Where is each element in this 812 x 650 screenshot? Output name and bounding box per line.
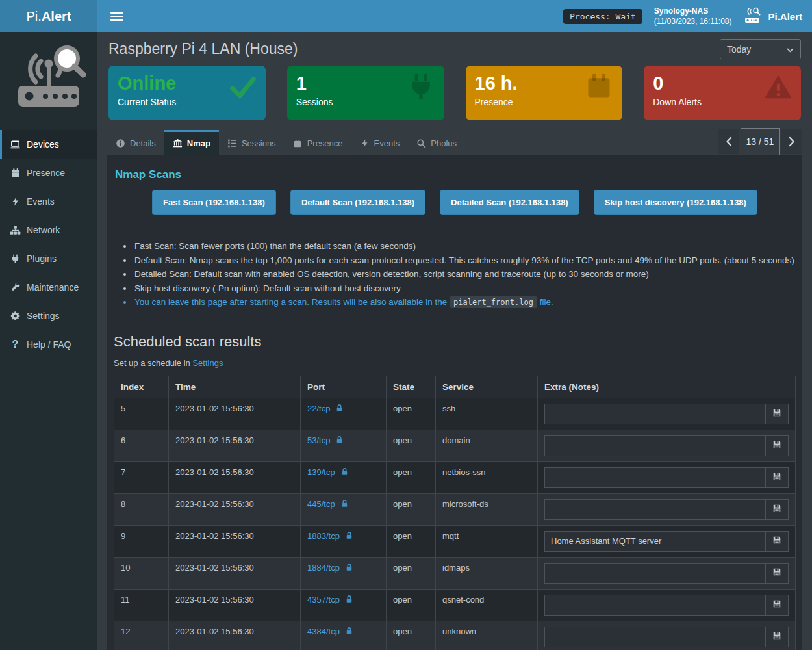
cell-index: 6: [114, 430, 169, 462]
cell-index: 7: [114, 462, 169, 493]
sidebar-item-label: Devices: [27, 139, 59, 150]
note-input[interactable]: [544, 563, 766, 584]
schedule-hint: Set up a schedule in Settings: [114, 358, 796, 368]
skip-host-discovery-button[interactable]: Skip host discovery (192.168.1.138): [594, 190, 757, 215]
lock-icon: [345, 595, 353, 604]
card-presence[interactable]: 16 h. Presence: [466, 66, 623, 120]
next-device-button[interactable]: [781, 129, 802, 154]
note-input[interactable]: [544, 436, 766, 456]
cell-note: [538, 557, 796, 589]
cell-time: 2023-01-02 15:56:30: [169, 398, 301, 430]
port-link[interactable]: 53/tcp: [307, 436, 330, 445]
table-row: 10 2023-01-02 15:56:30 1884/tcp open idm…: [114, 557, 796, 589]
cell-time: 2023-01-02 15:56:30: [169, 621, 301, 650]
tab-pholus[interactable]: Pholus: [408, 130, 465, 155]
tab-sessions[interactable]: Sessions: [219, 130, 285, 155]
settings-link[interactable]: Settings: [192, 358, 223, 368]
lock-icon: [345, 563, 353, 572]
search-icon: [416, 138, 426, 148]
scan-buttons: Fast Scan (192.168.1.138) Default Scan (…: [114, 190, 796, 215]
note-input[interactable]: [544, 467, 766, 488]
scan-note: Fast Scan: Scan fewer ports (100) than t…: [133, 239, 796, 254]
cell-index: 12: [114, 621, 169, 650]
port-link[interactable]: 4384/tcp: [307, 627, 340, 636]
tab-events[interactable]: Events: [351, 130, 409, 155]
save-note-button[interactable]: [766, 595, 789, 616]
detailed-scan-button[interactable]: Detailed Scan (192.168.1.138): [440, 190, 579, 215]
sidebar-item-maintenance[interactable]: Maintenance: [0, 273, 97, 302]
sidebar-item-settings[interactable]: Settings: [0, 302, 97, 330]
cell-service: microsoft-ds: [436, 493, 538, 525]
pialert-logo-image: [0, 32, 97, 130]
cell-note: [538, 430, 796, 462]
cell-state: open: [387, 589, 436, 621]
save-note-button[interactable]: [766, 436, 789, 456]
fast-scan-button[interactable]: Fast Scan (192.168.1.138): [152, 190, 276, 215]
save-note-button[interactable]: [766, 531, 789, 552]
sidebar-item-plugins[interactable]: Plugins: [0, 244, 97, 273]
log-filename-code: pialert_front.log: [450, 296, 537, 308]
col-header-state: State: [387, 376, 436, 398]
save-note-button[interactable]: [766, 563, 789, 584]
brand-logo[interactable]: Pi.Alert: [0, 0, 97, 32]
save-note-button[interactable]: [766, 404, 789, 424]
sidebar-item-events[interactable]: Events: [0, 187, 97, 216]
sidebar-item-help[interactable]: ? Help / FAQ: [0, 330, 97, 359]
default-scan-button[interactable]: Default Scan (192.168.1.138): [290, 190, 425, 215]
note-input[interactable]: [544, 531, 766, 552]
sidebar-menu: Devices Presence Events Network: [0, 130, 97, 359]
save-note-button[interactable]: [766, 467, 789, 488]
port-link[interactable]: 139/tcp: [307, 467, 335, 477]
tab-nmap[interactable]: Nmap: [164, 130, 219, 155]
cell-index: 5: [114, 398, 169, 430]
col-header-service: Service: [436, 376, 538, 398]
cell-index: 9: [114, 525, 169, 557]
table-row: 11 2023-01-02 15:56:30 4357/tcp open qsn…: [114, 589, 796, 621]
save-note-button[interactable]: [766, 627, 789, 647]
col-header-port: Port: [301, 376, 387, 398]
cell-note: [538, 493, 796, 525]
save-note-button[interactable]: [766, 499, 789, 520]
device-pager: 13 / 51: [718, 128, 802, 155]
sidebar-item-presence[interactable]: Presence: [0, 159, 97, 187]
lock-icon: [335, 404, 344, 413]
period-select[interactable]: Today: [720, 39, 801, 59]
table-row: 6 2023-01-02 15:56:30 53/tcp open domain: [114, 430, 796, 462]
cell-time: 2023-01-02 15:56:30: [169, 557, 301, 589]
card-current-status[interactable]: Online Current Status: [108, 66, 266, 120]
note-input[interactable]: [544, 404, 766, 424]
calendar-icon: [585, 72, 615, 102]
cell-state: open: [387, 462, 436, 493]
warning-icon: [763, 72, 793, 102]
note-input[interactable]: [544, 595, 766, 616]
note-input[interactable]: [544, 499, 766, 520]
port-link[interactable]: 22/tcp: [307, 404, 330, 413]
sidebar-item-network[interactable]: Network: [0, 216, 97, 244]
period-selected-value: Today: [727, 44, 751, 55]
cell-time: 2023-01-02 15:56:30: [169, 589, 301, 621]
cell-service: netbios-ssn: [436, 462, 538, 493]
tab-details[interactable]: Details: [107, 130, 164, 155]
sidebar-item-label: Events: [27, 196, 55, 207]
cell-note: [538, 621, 796, 650]
cell-note: [538, 398, 796, 430]
card-sessions[interactable]: 1 Sessions: [287, 66, 444, 120]
cell-state: open: [387, 398, 436, 430]
card-down-alerts[interactable]: 0 Down Alerts: [644, 66, 801, 120]
port-link[interactable]: 1884/tcp: [307, 563, 340, 573]
table-row: 9 2023-01-02 15:56:30 1883/tcp open mqtt: [114, 525, 796, 557]
port-link[interactable]: 1883/tcp: [307, 531, 340, 541]
hamburger-menu-icon[interactable]: [110, 12, 123, 21]
tab-presence[interactable]: Presence: [285, 130, 351, 155]
scan-results-table: Index Time Port State Service Extra (Not…: [114, 376, 796, 650]
floppy-icon: [772, 472, 781, 483]
note-input[interactable]: [544, 627, 766, 647]
port-link[interactable]: 4357/tcp: [307, 595, 340, 604]
floppy-icon: [772, 631, 781, 642]
port-link[interactable]: 445/tcp: [307, 499, 335, 509]
process-status-badge: Process: Wait: [563, 9, 642, 24]
scan-note: Detailed Scan: Default scan with enabled…: [133, 267, 796, 281]
sidebar-item-devices[interactable]: Devices: [0, 130, 97, 159]
check-icon: [228, 72, 258, 102]
prev-device-button[interactable]: [718, 129, 739, 154]
